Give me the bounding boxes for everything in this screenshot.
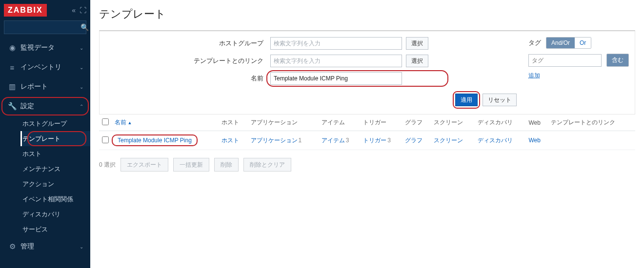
reset-button[interactable]: リセット: [483, 94, 517, 106]
sub-maintenance[interactable]: メンテナンス: [20, 161, 90, 176]
nav-inventory[interactable]: ≡ インベントリ ⌄: [0, 57, 90, 77]
nav-admin[interactable]: ⚙ 管理 ⌄: [0, 237, 90, 256]
chevron-down-icon: ⌄: [80, 45, 83, 51]
search-input[interactable]: [7, 24, 80, 31]
sub-discovery[interactable]: ディスカバリ: [20, 207, 90, 222]
gear-icon: ⚙: [7, 242, 18, 251]
col-hosts[interactable]: ホスト: [219, 115, 248, 131]
main: テンプレート ホストグループ 選択 テンプレートとのリンク 選択 名前 適用 リ…: [90, 0, 644, 268]
deleteclear-button[interactable]: 削除とクリア: [243, 158, 291, 172]
label-hostgroup: ホストグループ: [105, 39, 266, 48]
sub-templates[interactable]: テンプレート: [20, 131, 90, 146]
table-area: 名前 ホスト アプリケーション アイテム トリガー グラフ スクリーン ディスカ…: [90, 115, 644, 150]
nav-label: 管理: [20, 242, 34, 251]
tag-match-segment[interactable]: 含む: [606, 54, 629, 67]
hostgroup-select-button[interactable]: 選択: [406, 37, 428, 50]
bars-icon: ▥: [7, 82, 18, 91]
page-title: テンプレート: [90, 0, 644, 30]
sub-hosts[interactable]: ホスト: [20, 146, 90, 161]
sidebar-search: 🔍: [0, 20, 90, 38]
triggers-link[interactable]: トリガー: [363, 137, 386, 144]
bulk-footer: 0 選択 エクスポート 一括更新 削除 削除とクリア: [90, 150, 644, 179]
nav-settings[interactable]: 🔧 設定 ⌃: [0, 96, 90, 116]
col-items[interactable]: アイテム: [319, 115, 360, 131]
apply-button[interactable]: 適用: [455, 94, 478, 106]
col-discovery[interactable]: ディスカバリ: [475, 115, 526, 131]
template-name-link[interactable]: Template Module ICMP Ping: [118, 137, 192, 144]
list-icon: ≡: [7, 63, 18, 72]
table-row: Template Module ICMP Ping ホスト アプリケーション1 …: [99, 131, 635, 150]
screens-link[interactable]: スクリーン: [434, 137, 463, 144]
massupdate-button[interactable]: 一括更新: [173, 158, 209, 172]
nav-settings-sub: ホストグループ テンプレート ホスト メンテナンス アクション イベント相関関係…: [0, 116, 90, 237]
tag-mode-segment[interactable]: And/Or Or: [546, 37, 591, 49]
col-name[interactable]: 名前: [112, 115, 219, 131]
col-linked[interactable]: テンプレートとのリンク: [548, 115, 635, 131]
chevron-down-icon: ⌄: [80, 84, 83, 90]
export-button[interactable]: エクスポート: [121, 158, 168, 172]
apps-link[interactable]: アプリケーション: [251, 137, 298, 144]
seg-andor[interactable]: And/Or: [546, 38, 575, 48]
delete-button[interactable]: 削除: [214, 158, 239, 172]
nav-label: インベントリ: [20, 63, 61, 72]
label-name: 名前: [105, 74, 266, 83]
eye-icon: ◉: [7, 43, 18, 52]
sidebar-header: ZABBIX « ⛶: [0, 0, 90, 20]
select-all-checkbox[interactable]: [102, 118, 109, 125]
hosts-link[interactable]: ホスト: [221, 137, 239, 144]
col-triggers[interactable]: トリガー: [360, 115, 402, 131]
chevron-up-icon: ⌃: [80, 104, 83, 109]
name-input[interactable]: [270, 72, 402, 85]
sidebar: ZABBIX « ⛶ 🔍 ◉ 監視データ ⌄ ≡ インベントリ ⌄ ▥ レポート…: [0, 0, 90, 268]
web-link[interactable]: Web: [528, 137, 540, 144]
sub-actions[interactable]: アクション: [20, 176, 90, 191]
brand-logo[interactable]: ZABBIX: [4, 4, 47, 17]
seg-contain[interactable]: 含む: [607, 54, 628, 66]
label-tag: タグ: [528, 38, 541, 47]
search-icon[interactable]: 🔍: [80, 23, 89, 31]
collapse-icon[interactable]: «: [72, 6, 76, 14]
row-checkbox[interactable]: [102, 136, 109, 143]
items-link[interactable]: アイテム: [322, 137, 345, 144]
seg-or[interactable]: Or: [575, 38, 591, 48]
nav-label: 設定: [20, 102, 34, 111]
hostgroup-input[interactable]: [270, 37, 402, 50]
graphs-link[interactable]: グラフ: [405, 137, 423, 144]
chevron-down-icon: ⌄: [80, 65, 83, 70]
sub-services[interactable]: サービス: [20, 222, 90, 237]
nav-label: 監視データ: [20, 43, 55, 52]
filter-panel: ホストグループ 選択 テンプレートとのリンク 選択 名前 適用 リセット タグ: [99, 30, 635, 115]
selected-count: 0 選択: [99, 161, 116, 169]
col-graphs[interactable]: グラフ: [402, 115, 431, 131]
tag-add-link[interactable]: 追加: [528, 72, 540, 79]
linked-input[interactable]: [270, 55, 402, 67]
nav-reports[interactable]: ▥ レポート ⌄: [0, 77, 90, 96]
discovery-link[interactable]: ディスカバリ: [478, 137, 513, 144]
fullscreen-icon[interactable]: ⛶: [80, 6, 86, 14]
col-apps[interactable]: アプリケーション: [248, 115, 319, 131]
linked-select-button[interactable]: 選択: [406, 55, 428, 67]
wrench-icon: 🔧: [7, 102, 18, 111]
col-web[interactable]: Web: [525, 115, 547, 131]
nav-label: レポート: [20, 82, 48, 91]
chevron-down-icon: ⌄: [80, 244, 83, 249]
col-screens[interactable]: スクリーン: [431, 115, 475, 131]
sub-correlation[interactable]: イベント相関関係: [20, 191, 90, 207]
tag-input[interactable]: [528, 54, 602, 67]
nav-monitor[interactable]: ◉ 監視データ ⌄: [0, 38, 90, 57]
sub-hostgroups[interactable]: ホストグループ: [20, 116, 90, 131]
templates-table: 名前 ホスト アプリケーション アイテム トリガー グラフ スクリーン ディスカ…: [99, 115, 635, 150]
label-linked: テンプレートとのリンク: [105, 57, 266, 65]
